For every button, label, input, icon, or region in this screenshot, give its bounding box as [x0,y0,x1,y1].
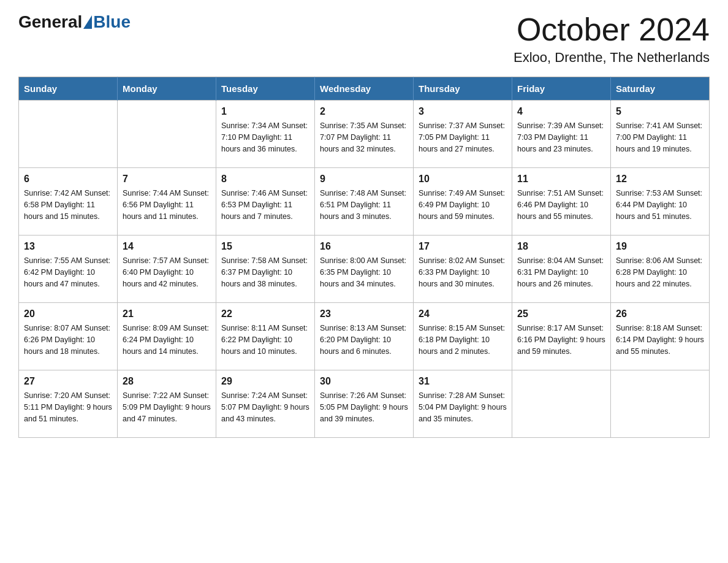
calendar-day-17: 17Sunrise: 8:02 AM Sunset: 6:33 PM Dayli… [414,236,512,303]
day-number: 4 [517,104,605,118]
day-info: Sunrise: 7:20 AM Sunset: 5:11 PM Dayligh… [24,390,112,424]
calendar-day-31: 31Sunrise: 7:28 AM Sunset: 5:04 PM Dayli… [414,370,512,438]
day-number: 21 [123,307,211,321]
calendar-day-23: 23Sunrise: 8:13 AM Sunset: 6:20 PM Dayli… [315,303,414,370]
calendar-day-12: 12Sunrise: 7:53 AM Sunset: 6:44 PM Dayli… [611,168,710,236]
calendar-day-27: 27Sunrise: 7:20 AM Sunset: 5:11 PM Dayli… [19,370,118,438]
day-number: 18 [517,239,605,253]
day-info: Sunrise: 7:24 AM Sunset: 5:07 PM Dayligh… [221,390,309,424]
calendar-day-30: 30Sunrise: 7:26 AM Sunset: 5:05 PM Dayli… [315,370,414,438]
day-number: 3 [419,104,507,118]
day-number: 24 [419,307,507,321]
calendar-day-2: 2Sunrise: 7:35 AM Sunset: 7:07 PM Daylig… [315,101,414,168]
day-number: 23 [320,307,408,321]
calendar-day-21: 21Sunrise: 8:09 AM Sunset: 6:24 PM Dayli… [118,303,216,370]
day-number: 8 [221,172,309,186]
day-info: Sunrise: 7:34 AM Sunset: 7:10 PM Dayligh… [221,120,309,155]
weekday-header-thursday: Thursday [414,77,512,101]
calendar-day-8: 8Sunrise: 7:46 AM Sunset: 6:53 PM Daylig… [216,168,315,236]
calendar-day-18: 18Sunrise: 8:04 AM Sunset: 6:31 PM Dayli… [512,236,611,303]
day-info: Sunrise: 7:58 AM Sunset: 6:37 PM Dayligh… [221,255,309,289]
calendar-week-row: 20Sunrise: 8:07 AM Sunset: 6:26 PM Dayli… [19,303,710,370]
day-info: Sunrise: 8:07 AM Sunset: 6:26 PM Dayligh… [24,323,112,357]
calendar-day-1: 1Sunrise: 7:34 AM Sunset: 7:10 PM Daylig… [216,101,315,168]
calendar-day-7: 7Sunrise: 7:44 AM Sunset: 6:56 PM Daylig… [118,168,216,236]
calendar-day-14: 14Sunrise: 7:57 AM Sunset: 6:40 PM Dayli… [118,236,216,303]
title-area: October 2024 Exloo, Drenthe, The Netherl… [514,12,710,66]
day-info: Sunrise: 7:26 AM Sunset: 5:05 PM Dayligh… [320,390,408,424]
day-info: Sunrise: 7:37 AM Sunset: 7:05 PM Dayligh… [419,120,507,155]
day-number: 22 [221,307,309,321]
calendar-day-16: 16Sunrise: 8:00 AM Sunset: 6:35 PM Dayli… [315,236,414,303]
calendar-week-row: 27Sunrise: 7:20 AM Sunset: 5:11 PM Dayli… [19,370,710,438]
day-info: Sunrise: 8:09 AM Sunset: 6:24 PM Dayligh… [123,323,211,357]
calendar-title: October 2024 [514,12,710,47]
calendar-day-5: 5Sunrise: 7:41 AM Sunset: 7:00 PM Daylig… [611,101,710,168]
day-info: Sunrise: 8:02 AM Sunset: 6:33 PM Dayligh… [419,255,507,289]
day-number: 14 [123,239,211,253]
day-number: 16 [320,239,408,253]
day-number: 12 [616,172,704,186]
calendar-empty-cell [19,101,118,168]
calendar-empty-cell [512,370,611,438]
day-number: 11 [517,172,605,186]
day-info: Sunrise: 7:51 AM Sunset: 6:46 PM Dayligh… [517,188,605,222]
day-number: 15 [221,239,309,253]
day-number: 29 [221,374,309,388]
day-info: Sunrise: 7:22 AM Sunset: 5:09 PM Dayligh… [123,390,211,424]
logo-blue-text: Blue [93,12,131,32]
calendar-week-row: 6Sunrise: 7:42 AM Sunset: 6:58 PM Daylig… [19,168,710,236]
day-info: Sunrise: 7:35 AM Sunset: 7:07 PM Dayligh… [320,120,408,155]
calendar-day-24: 24Sunrise: 8:15 AM Sunset: 6:18 PM Dayli… [414,303,512,370]
day-number: 26 [616,307,704,321]
calendar-table: SundayMondayTuesdayWednesdayThursdayFrid… [18,77,710,438]
calendar-subtitle: Exloo, Drenthe, The Netherlands [514,50,710,66]
day-number: 30 [320,374,408,388]
logo-triangle-icon [83,15,92,29]
day-info: Sunrise: 7:41 AM Sunset: 7:00 PM Dayligh… [616,120,704,155]
calendar-week-row: 13Sunrise: 7:55 AM Sunset: 6:42 PM Dayli… [19,236,710,303]
day-info: Sunrise: 8:18 AM Sunset: 6:14 PM Dayligh… [616,323,704,357]
weekday-header-tuesday: Tuesday [216,77,315,101]
day-info: Sunrise: 8:00 AM Sunset: 6:35 PM Dayligh… [320,255,408,289]
day-info: Sunrise: 7:44 AM Sunset: 6:56 PM Dayligh… [123,188,211,222]
calendar-day-3: 3Sunrise: 7:37 AM Sunset: 7:05 PM Daylig… [414,101,512,168]
day-info: Sunrise: 8:17 AM Sunset: 6:16 PM Dayligh… [517,323,605,357]
day-number: 27 [24,374,112,388]
day-number: 2 [320,104,408,118]
calendar-day-19: 19Sunrise: 8:06 AM Sunset: 6:28 PM Dayli… [611,236,710,303]
day-info: Sunrise: 8:13 AM Sunset: 6:20 PM Dayligh… [320,323,408,357]
day-info: Sunrise: 8:15 AM Sunset: 6:18 PM Dayligh… [419,323,507,357]
day-number: 10 [419,172,507,186]
calendar-day-15: 15Sunrise: 7:58 AM Sunset: 6:37 PM Dayli… [216,236,315,303]
day-number: 25 [517,307,605,321]
day-info: Sunrise: 7:46 AM Sunset: 6:53 PM Dayligh… [221,188,309,222]
calendar-day-20: 20Sunrise: 8:07 AM Sunset: 6:26 PM Dayli… [19,303,118,370]
calendar-week-row: 1Sunrise: 7:34 AM Sunset: 7:10 PM Daylig… [19,101,710,168]
day-info: Sunrise: 8:04 AM Sunset: 6:31 PM Dayligh… [517,255,605,289]
calendar-day-6: 6Sunrise: 7:42 AM Sunset: 6:58 PM Daylig… [19,168,118,236]
logo-general-text: General [18,12,82,32]
day-number: 20 [24,307,112,321]
day-info: Sunrise: 8:11 AM Sunset: 6:22 PM Dayligh… [221,323,309,357]
day-number: 19 [616,239,704,253]
calendar-day-9: 9Sunrise: 7:48 AM Sunset: 6:51 PM Daylig… [315,168,414,236]
day-number: 5 [616,104,704,118]
day-info: Sunrise: 7:42 AM Sunset: 6:58 PM Dayligh… [24,188,112,222]
calendar-day-22: 22Sunrise: 8:11 AM Sunset: 6:22 PM Dayli… [216,303,315,370]
weekday-header-monday: Monday [118,77,216,101]
logo: General Blue [18,12,131,32]
day-number: 31 [419,374,507,388]
weekday-header-saturday: Saturday [611,77,710,101]
day-info: Sunrise: 7:49 AM Sunset: 6:49 PM Dayligh… [419,188,507,222]
weekday-header-wednesday: Wednesday [315,77,414,101]
day-info: Sunrise: 7:57 AM Sunset: 6:40 PM Dayligh… [123,255,211,289]
day-number: 1 [221,104,309,118]
calendar-empty-cell [118,101,216,168]
calendar-day-4: 4Sunrise: 7:39 AM Sunset: 7:03 PM Daylig… [512,101,611,168]
calendar-day-13: 13Sunrise: 7:55 AM Sunset: 6:42 PM Dayli… [19,236,118,303]
day-info: Sunrise: 7:28 AM Sunset: 5:04 PM Dayligh… [419,390,507,424]
day-info: Sunrise: 7:55 AM Sunset: 6:42 PM Dayligh… [24,255,112,289]
day-number: 9 [320,172,408,186]
weekday-header-sunday: Sunday [19,77,118,101]
